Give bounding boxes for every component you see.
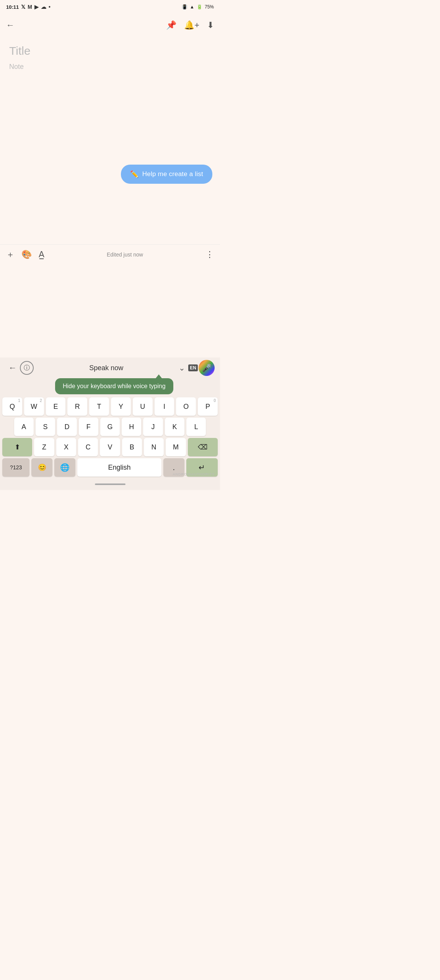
key-globe[interactable]: 🌐 <box>54 458 75 477</box>
key-X[interactable]: X <box>56 438 76 456</box>
vibrate-icon: 📳 <box>182 4 187 10</box>
key-num-sym[interactable]: ?123 <box>2 458 29 477</box>
key-U[interactable]: U <box>133 397 153 416</box>
key-S[interactable]: S <box>36 418 55 436</box>
voice-bar: ← ⓘ Speak now ⌄ EN 🎤 <box>0 358 220 378</box>
add-content-button[interactable]: ＋ <box>6 249 15 260</box>
telegram-icon: ▶ <box>34 4 39 10</box>
status-left: 10:11 𝕏 M ▶ ☁ • <box>6 4 51 10</box>
status-right: 📳 ▲ 🔋 75% <box>182 4 214 10</box>
key-R[interactable]: R <box>67 397 87 416</box>
key-backspace[interactable]: ⌫ <box>188 438 218 456</box>
key-F[interactable]: F <box>79 418 98 436</box>
battery-icon: 🔋 <box>197 4 202 10</box>
toolbar-right: 📌 🔔+ ⬇ <box>166 20 214 30</box>
key-shift[interactable]: ⬆ <box>2 438 32 456</box>
ai-button-label: Help me create a list <box>142 170 203 178</box>
note-toolbar: ＋ 🎨 A̲ Edited just now ⋮ <box>0 244 220 264</box>
language-badge: EN <box>188 364 198 371</box>
voice-back-button[interactable]: ← <box>5 361 20 375</box>
key-J[interactable]: J <box>143 418 163 436</box>
ai-button-wrapper: ✏️ Help me create a list <box>121 165 212 184</box>
more-options-button[interactable]: ⋮ <box>205 250 214 260</box>
reminder-button[interactable]: 🔔+ <box>184 20 199 30</box>
note-title-placeholder[interactable]: Title <box>9 44 211 57</box>
gesture-bar <box>0 479 220 490</box>
twitter-icon: 𝕏 <box>21 4 25 10</box>
app-toolbar: ← 📌 🔔+ ⬇ <box>0 14 220 37</box>
key-A[interactable]: A <box>14 418 34 436</box>
keyboard-row-2: A S D F G H J K L <box>2 418 218 436</box>
key-K[interactable]: K <box>165 418 184 436</box>
key-Y[interactable]: Y <box>111 397 131 416</box>
voice-en-mic-group: EN 🎤 <box>188 360 215 376</box>
note-body-placeholder[interactable]: Note <box>9 63 211 71</box>
tooltip-wrapper: Hide your keyboard while voice typing <box>5 378 215 394</box>
voice-tooltip: Hide your keyboard while voice typing <box>55 378 173 394</box>
keyboard-rows: Q1 W2 E R T Y U I O P0 A S D F G H J K L… <box>0 396 220 477</box>
keyboard-area: ← ⓘ Speak now ⌄ EN 🎤 Hide your keyboard … <box>0 358 220 490</box>
key-C[interactable]: C <box>78 438 98 456</box>
key-L[interactable]: L <box>186 418 206 436</box>
key-H[interactable]: H <box>122 418 141 436</box>
key-B[interactable]: B <box>122 438 142 456</box>
key-N[interactable]: N <box>144 438 164 456</box>
voice-speak-now-label: Speak now <box>34 364 179 372</box>
key-P[interactable]: P0 <box>198 397 218 416</box>
key-V[interactable]: V <box>100 438 120 456</box>
cloud-icon: ☁ <box>41 4 46 10</box>
key-I[interactable]: I <box>155 397 174 416</box>
back-button[interactable]: ← <box>6 20 15 30</box>
battery-percent: 75% <box>205 4 214 10</box>
ai-pencil-icon: ✏️ <box>130 170 139 178</box>
dot-icon: • <box>49 4 51 10</box>
key-T[interactable]: T <box>89 397 109 416</box>
ai-help-button[interactable]: ✏️ Help me create a list <box>121 165 212 184</box>
key-Q[interactable]: Q1 <box>2 397 22 416</box>
edited-timestamp: Edited just now <box>107 252 143 258</box>
time: 10:11 <box>6 4 19 10</box>
voice-chevron-button[interactable]: ⌄ <box>179 363 185 372</box>
format-text-button[interactable]: A̲ <box>39 250 44 260</box>
key-G[interactable]: G <box>100 418 120 436</box>
voice-mic-button[interactable]: 🎤 <box>199 360 215 376</box>
key-space[interactable]: English <box>77 458 161 477</box>
voice-right-controls: ⌄ EN 🎤 <box>179 360 215 376</box>
note-toolbar-left: ＋ 🎨 A̲ <box>6 249 44 260</box>
voice-info-button[interactable]: ⓘ <box>20 361 34 375</box>
mic-icon: 🎤 <box>202 363 212 372</box>
key-E[interactable]: E <box>46 397 66 416</box>
key-emoji[interactable]: 😊 <box>31 458 52 477</box>
wifi-icon: ▲ <box>190 4 194 10</box>
key-Z[interactable]: Z <box>34 438 54 456</box>
note-area[interactable]: Title Note <box>0 37 220 78</box>
watermark: ANDROIDAUTHORITY <box>173 472 215 476</box>
status-bar: 10:11 𝕏 M ▶ ☁ • 📳 ▲ 🔋 75% <box>0 0 220 14</box>
keyboard-row-1: Q1 W2 E R T Y U I O P0 <box>2 397 218 416</box>
key-D[interactable]: D <box>57 418 77 436</box>
gmail-icon: M <box>28 4 32 10</box>
key-W[interactable]: W2 <box>24 397 44 416</box>
palette-button[interactable]: 🎨 <box>21 250 32 260</box>
info-icon: ⓘ <box>24 364 30 372</box>
archive-button[interactable]: ⬇ <box>207 20 214 30</box>
keyboard-row-3: ⬆ Z X C V B N M ⌫ <box>2 438 218 456</box>
gesture-handle <box>95 483 125 485</box>
key-O[interactable]: O <box>176 397 196 416</box>
pin-button[interactable]: 📌 <box>166 20 176 30</box>
key-M[interactable]: M <box>166 438 186 456</box>
